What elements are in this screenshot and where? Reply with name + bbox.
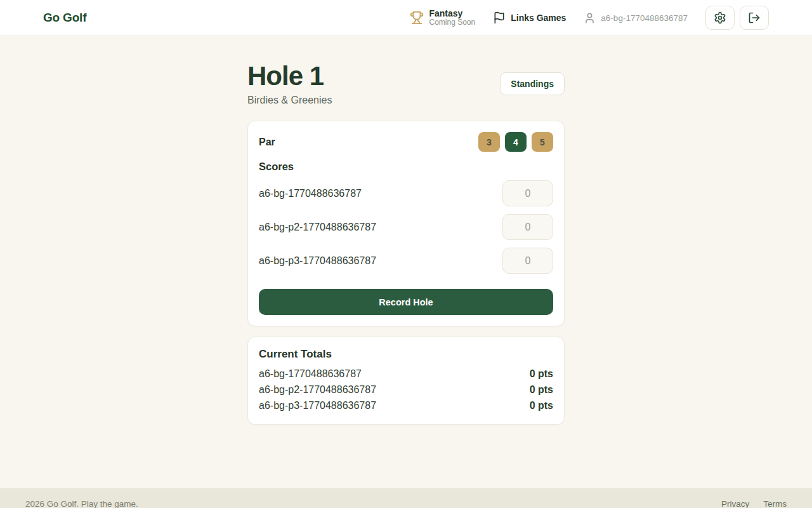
- scores-heading: Scores: [259, 161, 553, 173]
- score-row: a6-bg-p2-1770488636787: [259, 214, 553, 240]
- fantasy-label: Fantasy: [429, 8, 475, 18]
- score-row: a6-bg-1770488636787: [259, 180, 553, 206]
- flag-icon: [493, 11, 506, 24]
- user-id-label: a6-bg-1770488636787: [601, 13, 688, 23]
- top-navbar: Go Golf Fantasy Coming Soon: [0, 0, 812, 36]
- fantasy-sublabel: Coming Soon: [429, 18, 475, 27]
- par-option-5[interactable]: 5: [532, 132, 553, 152]
- par-label: Par: [259, 137, 275, 148]
- total-row: a6-bg-p3-1770488636787 0 pts: [259, 398, 553, 413]
- page-title: Hole 1: [247, 62, 332, 91]
- player-name: a6-bg-p2-1770488636787: [259, 222, 376, 233]
- par-option-4-selected[interactable]: 4: [505, 132, 527, 152]
- nav-item-user: a6-bg-1770488636787: [584, 12, 688, 24]
- logout-icon: [748, 11, 761, 24]
- terms-link[interactable]: Terms: [763, 499, 787, 508]
- logout-button[interactable]: [740, 6, 769, 30]
- player-name: a6-bg-1770488636787: [259, 188, 362, 199]
- brand-logo[interactable]: Go Golf: [43, 11, 86, 25]
- record-hole-button[interactable]: Record Hole: [259, 289, 553, 315]
- score-row: a6-bg-p3-1770488636787: [259, 248, 553, 274]
- nav-item-fantasy[interactable]: Fantasy Coming Soon: [410, 8, 475, 27]
- page-footer: 2026 Go Golf. Play the game. Privacy Ter…: [0, 488, 812, 508]
- settings-button[interactable]: [705, 6, 735, 30]
- score-input-player-2[interactable]: [502, 214, 553, 240]
- gear-icon: [714, 11, 726, 24]
- player-name: a6-bg-p3-1770488636787: [259, 255, 376, 267]
- player-points: 0 pts: [530, 384, 553, 396]
- player-name: a6-bg-1770488636787: [259, 368, 362, 380]
- page-subtitle: Birdies & Greenies: [247, 95, 332, 106]
- par-options: 3 4 5: [478, 132, 553, 152]
- trophy-icon: [410, 11, 424, 25]
- totals-heading: Current Totals: [259, 348, 553, 361]
- player-points: 0 pts: [530, 400, 553, 411]
- par-option-3[interactable]: 3: [478, 132, 500, 152]
- standings-button[interactable]: Standings: [500, 72, 565, 95]
- main-content: Hole 1 Birdies & Greenies Standings Par …: [0, 36, 812, 425]
- nav-item-links-games[interactable]: Links Games: [493, 11, 566, 24]
- total-row: a6-bg-1770488636787 0 pts: [259, 366, 553, 382]
- links-games-label: Links Games: [511, 13, 566, 23]
- player-name: a6-bg-p3-1770488636787: [259, 400, 376, 411]
- privacy-link[interactable]: Privacy: [721, 499, 749, 508]
- score-card: Par 3 4 5 Scores a6-bg-1770488636787 a6-…: [247, 121, 565, 326]
- player-points: 0 pts: [530, 368, 553, 380]
- score-input-player-3[interactable]: [502, 248, 553, 274]
- player-name: a6-bg-p2-1770488636787: [259, 384, 376, 396]
- total-row: a6-bg-p2-1770488636787 0 pts: [259, 382, 553, 398]
- score-input-player-1[interactable]: [502, 180, 553, 206]
- user-icon: [584, 12, 596, 24]
- nav-menu: Fantasy Coming Soon Links Games: [410, 6, 769, 30]
- copyright-text: 2026 Go Golf. Play the game.: [25, 499, 138, 508]
- current-totals-card: Current Totals a6-bg-1770488636787 0 pts…: [247, 337, 565, 425]
